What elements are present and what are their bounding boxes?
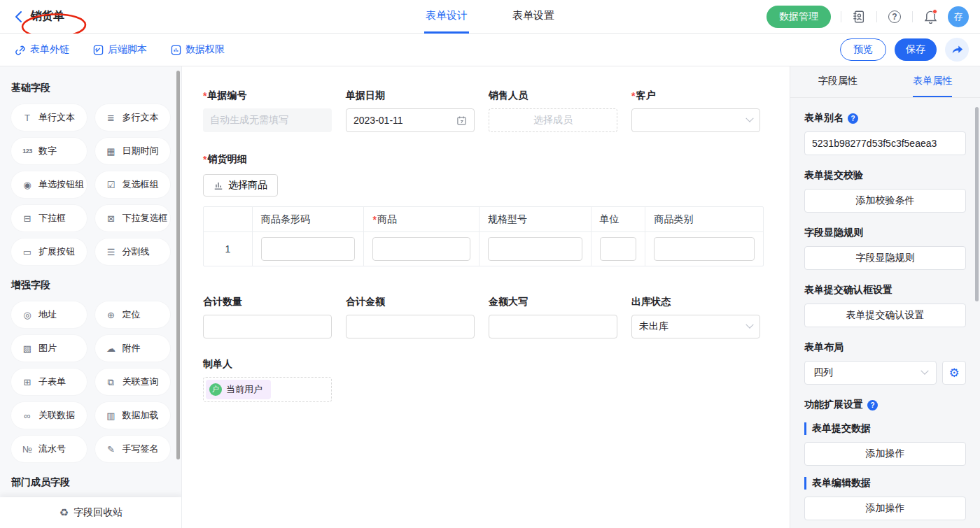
tab-form-properties[interactable]: 表单属性 (886, 66, 980, 97)
linked-query-icon: ⧉ (105, 378, 118, 387)
submit-data-label: 表单提交数据 (804, 422, 966, 435)
bar-chart-icon (214, 180, 223, 190)
field-item-subform[interactable]: ⊞子表单 (11, 369, 87, 395)
edit-data-add-button[interactable]: 添加操作 (804, 497, 966, 520)
extension-settings-label: 功能扩展设置 ? (804, 399, 966, 411)
notification-dot (932, 9, 937, 14)
form-alias-input[interactable]: 5231b98277d53f5c3f5eaea3 (804, 131, 966, 155)
form-external-link[interactable]: 表单外链 (15, 43, 69, 56)
preview-button[interactable]: 预览 (840, 38, 886, 61)
help-icon[interactable]: ? (887, 9, 902, 24)
dropdown-multi-icon: ⊠ (105, 214, 118, 223)
detail-table-header: 商品条形码 *商品 规格型号 单位 商品类别 (204, 207, 763, 232)
share-arrow-icon (951, 45, 963, 55)
save-button[interactable]: 保存 (895, 38, 937, 61)
field-item-serial-number[interactable]: №流水号 (11, 436, 87, 462)
radio-group-icon: ◉ (21, 180, 34, 190)
field-amount-in-words[interactable]: 金额大写 (489, 296, 617, 338)
backend-script-link[interactable]: 后端脚本 (93, 43, 147, 56)
field-total-amount[interactable]: 合计金额 (346, 296, 475, 338)
select-product-button[interactable]: 选择商品 (203, 174, 278, 197)
submit-confirm-button[interactable]: 表单提交确认设置 (804, 304, 966, 327)
field-item-checkbox-group[interactable]: ☑复选框组 (95, 171, 171, 198)
extend-button-icon: ▭ (21, 248, 34, 257)
contact-book-icon[interactable] (851, 9, 867, 24)
field-item-attachment[interactable]: ☁附件 (95, 335, 171, 362)
field-item-radio-group[interactable]: ◉单选按钮组 (11, 171, 87, 198)
serial-number-icon: № (21, 445, 34, 454)
field-order-date[interactable]: 单据日期 2023-01-11 (346, 90, 475, 132)
field-outbound-status[interactable]: 出库状态 未出库 (631, 296, 760, 338)
tab-field-properties[interactable]: 字段属性 (790, 66, 886, 97)
field-item-linked-query[interactable]: ⧉关联查询 (95, 369, 171, 395)
number-icon: 123 (21, 148, 34, 155)
linked-data-icon: ∞ (21, 411, 34, 420)
field-total-quantity[interactable]: 合计数量 (203, 296, 332, 338)
form-layout-label: 表单布局 (804, 341, 966, 354)
top-header: 销货单 表单设计 表单设置 数据管理 ? 存 (0, 0, 980, 34)
detail-table-row: 1 (204, 232, 763, 266)
section-title-member-fields: 部门成员字段 (11, 476, 170, 489)
data-manage-button[interactable]: 数据管理 (766, 6, 831, 28)
field-item-image[interactable]: ▧图片 (11, 335, 87, 362)
column-header-product: *商品 (364, 207, 479, 231)
submit-data-add-button[interactable]: 添加操作 (804, 442, 966, 466)
barcode-input[interactable] (261, 237, 356, 261)
category-input[interactable] (654, 237, 755, 261)
column-header-index (204, 207, 253, 231)
field-visibility-button[interactable]: 字段显隐规则 (804, 246, 966, 270)
field-item-dropdown-multi[interactable]: ⊠下拉复选框 (95, 205, 171, 231)
field-item-divider[interactable]: ☰分割线 (95, 238, 171, 265)
back-icon[interactable] (14, 10, 27, 23)
sidebar-scrollbar[interactable] (176, 71, 180, 459)
subform-icon: ⊞ (21, 378, 34, 387)
field-item-data-load[interactable]: ▥数据加载 (95, 402, 171, 429)
spec-input[interactable] (488, 237, 582, 261)
avatar[interactable]: 存 (948, 6, 969, 27)
field-sales-person[interactable]: 销售人员 选择成员 (489, 90, 617, 132)
add-validation-button[interactable]: 添加校验条件 (804, 189, 966, 213)
field-order-number[interactable]: *单据编号 自动生成无需填写 (203, 90, 332, 132)
data-permission-link[interactable]: 数据权限 (171, 43, 225, 56)
help-badge-icon[interactable]: ? (867, 400, 878, 411)
tab-form-settings[interactable]: 表单设置 (511, 0, 556, 34)
bell-icon[interactable] (923, 9, 938, 24)
section-title-basic-fields: 基础字段 (11, 82, 170, 94)
single-line-text-icon: T (21, 113, 34, 122)
product-input[interactable] (372, 237, 470, 261)
field-customer[interactable]: *客户 (631, 90, 760, 132)
divider (876, 11, 877, 22)
field-item-signature[interactable]: ✎手写签名 (95, 436, 171, 462)
share-button[interactable] (945, 38, 969, 62)
field-item-multi-line-text[interactable]: ≣多行文本 (95, 104, 171, 131)
unit-input[interactable] (600, 237, 637, 261)
submit-validation-label: 表单提交校验 (804, 169, 966, 182)
dropdown-icon: ⊟ (21, 214, 34, 223)
address-icon: ◎ (21, 311, 34, 320)
divider (912, 11, 913, 22)
field-recycle-bin[interactable]: ♻ 字段回收站 (0, 497, 182, 528)
recycle-icon: ♻ (59, 506, 69, 519)
divider (841, 11, 841, 22)
field-item-number[interactable]: 123数字 (11, 138, 87, 164)
panel-scrollbar[interactable] (975, 107, 979, 301)
field-item-location[interactable]: ⊕定位 (95, 301, 171, 328)
field-creator[interactable]: 制单人 户 当前用户 (203, 358, 790, 402)
help-badge-icon[interactable]: ? (848, 113, 858, 124)
field-item-dropdown[interactable]: ⊟下拉框 (11, 205, 87, 231)
layout-settings-button[interactable]: ⚙ (942, 361, 966, 385)
current-user-chip[interactable]: 户 当前用户 (206, 380, 271, 399)
chevron-down-icon (920, 367, 928, 375)
field-item-single-line-text[interactable]: T单行文本 (11, 104, 87, 131)
form-layout-select[interactable]: 四列 (804, 361, 937, 385)
field-item-linked-data[interactable]: ∞关联数据 (11, 402, 87, 429)
column-header-unit: 单位 (592, 207, 646, 231)
attachment-icon: ☁ (105, 344, 118, 353)
tab-form-design[interactable]: 表单设计 (424, 0, 469, 34)
field-item-datetime[interactable]: ▦日期时间 (95, 138, 171, 164)
field-item-address[interactable]: ◎地址 (11, 301, 87, 328)
field-item-extend-button[interactable]: ▭扩展按钮 (11, 238, 87, 265)
properties-panel: 字段属性 表单属性 表单别名 ? 5231b98277d53f5c3f5eaea… (790, 66, 980, 528)
backend-script-icon (93, 45, 104, 55)
datetime-icon: ▦ (105, 147, 118, 156)
